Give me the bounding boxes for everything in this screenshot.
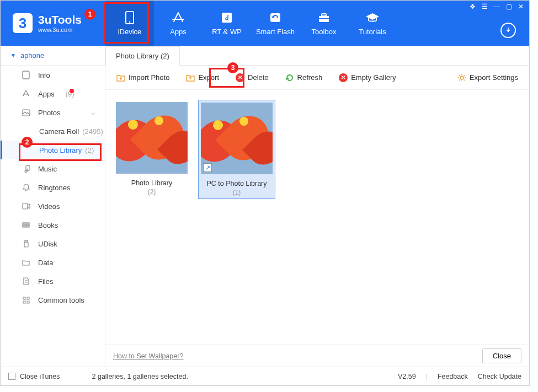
app-name: 3uTools (38, 13, 82, 26)
svg-rect-6 (319, 18, 329, 19)
download-ring-icon[interactable] (500, 23, 516, 38)
nav-label: Apps (170, 28, 187, 36)
status-summary: 2 galleries, 1 galleries selected. (92, 373, 188, 380)
device-icon (22, 71, 30, 79)
sidebar-label: Music (38, 165, 57, 173)
folder-import-icon (116, 73, 125, 82)
annotation-marker-2: 2 (22, 137, 33, 148)
nav-smartflash[interactable]: Smart Flash (251, 1, 300, 46)
close-icon[interactable]: ✕ (517, 3, 525, 10)
device-name: aphone (20, 51, 44, 60)
export-settings-button[interactable]: Export Settings (454, 71, 521, 84)
tab-photolibrary[interactable]: Photo Library (2) (105, 46, 180, 66)
feedback-link[interactable]: Feedback (438, 373, 468, 380)
menu-icon[interactable]: ☰ (481, 3, 488, 10)
sidebar-item-files[interactable]: Files (1, 272, 105, 291)
statusbar: Close iTunes 2 galleries, 1 galleries se… (1, 367, 529, 385)
delete-button[interactable]: ✕ Delete (232, 71, 272, 84)
books-icon (22, 222, 30, 228)
sidebar-label: Data (38, 259, 53, 267)
svg-rect-14 (25, 240, 28, 242)
file-icon (22, 277, 30, 285)
empty-icon: ✕ (339, 73, 348, 82)
album-pctophotolibrary[interactable]: ↗ PC to Photo Library (1) (198, 100, 275, 199)
nav-tutorials[interactable]: Tutorials (348, 1, 397, 46)
svg-point-1 (129, 21, 131, 23)
sidebar-item-ringtones[interactable]: Ringtones (1, 178, 105, 197)
check-update-link[interactable]: Check Update (478, 373, 521, 380)
sidebar-item-photos[interactable]: Photos (1, 103, 105, 122)
svg-rect-12 (23, 226, 29, 227)
svg-rect-3 (270, 13, 280, 22)
sidebar-label: Photos (38, 109, 60, 117)
sidebar-item-info[interactable]: Info (1, 66, 105, 84)
sidebar-sub-label: Camera Roll (39, 127, 79, 136)
svg-rect-7 (23, 71, 29, 79)
minimize-icon[interactable]: — (493, 3, 500, 10)
bell-icon (22, 184, 30, 191)
sidebar: ▼ aphone Info Apps (9) Photos Camera Rol… (1, 46, 105, 367)
svg-rect-9 (23, 203, 28, 209)
album-photolibrary[interactable]: Photo Library (2) (113, 100, 190, 198)
close-itunes-label: Close iTunes (20, 373, 60, 380)
header: 3 3uTools www.3u.com iDevice Apps (1, 1, 529, 46)
main: Photo Library (2) Import Photo Export ✕ … (105, 46, 529, 367)
nav-rtwp[interactable]: RT & WP (203, 1, 251, 46)
wallpaper-help-link[interactable]: How to Set Wallpaper? (113, 352, 183, 360)
sidebar-item-books[interactable]: Books (1, 216, 105, 234)
logo-block[interactable]: 3 3uTools www.3u.com (1, 1, 105, 46)
svg-rect-15 (23, 297, 25, 299)
svg-rect-5 (322, 14, 326, 16)
album-thumbnail (116, 102, 188, 174)
sidebar-label: Ringtones (38, 184, 71, 192)
folder-icon (22, 259, 30, 266)
album-name: PC to Photo Library (206, 180, 267, 187)
nav-apps[interactable]: Apps (154, 1, 203, 46)
close-button[interactable]: Close (482, 348, 521, 363)
empty-gallery-button[interactable]: ✕ Empty Gallery (335, 71, 399, 84)
sidebar-item-music[interactable]: Music (1, 159, 105, 178)
notification-dot-icon (70, 89, 74, 93)
tab-label: Photo Library (2) (116, 52, 169, 60)
app-url: www.3u.com (38, 26, 82, 33)
close-itunes-checkbox[interactable] (8, 373, 15, 380)
maximize-icon[interactable]: ▢ (505, 3, 513, 10)
tool-label: Delete (248, 73, 269, 82)
appstore-icon (171, 11, 186, 24)
tool-label: Export (198, 73, 219, 82)
sidebar-sub-photolibrary[interactable]: Photo Library (2) (1, 141, 105, 159)
device-row[interactable]: ▼ aphone (1, 46, 105, 66)
nav-label: Toolbox (312, 28, 337, 36)
sidebar-item-apps[interactable]: Apps (9) (1, 84, 105, 103)
import-photo-button[interactable]: Import Photo (113, 71, 173, 84)
grid-icon (22, 297, 30, 304)
sidebar-item-commontools[interactable]: Common tools (1, 291, 105, 309)
gear-icon (457, 73, 466, 82)
logo-icon: 3 (13, 13, 33, 33)
music-file-icon (219, 11, 235, 24)
sidebar-item-data[interactable]: Data (1, 253, 105, 272)
window-controls: ❖ ☰ — ▢ ✕ (468, 3, 525, 10)
svg-rect-17 (23, 301, 25, 303)
apps-icon (22, 90, 30, 98)
sidebar-sub-label: Photo Library (39, 146, 82, 154)
refresh-button[interactable]: Refresh (282, 71, 326, 84)
toolbar: Import Photo Export ✕ Delete Refresh ✕ E… (105, 66, 529, 90)
sidebar-label: Videos (38, 202, 60, 211)
phone-icon (122, 11, 137, 24)
toolbox-icon (316, 11, 332, 24)
sidebar-count: (2495) (82, 127, 103, 136)
version-label: V2.59 (398, 373, 416, 380)
album-name: Photo Library (131, 179, 172, 187)
sidebar-item-videos[interactable]: Videos (1, 197, 105, 216)
sidebar-item-udisk[interactable]: UDisk (1, 234, 105, 253)
sidebar-sub-cameraroll[interactable]: Camera Roll (2495) (1, 122, 105, 141)
tool-label: Import Photo (129, 73, 169, 82)
gallery: Photo Library (2) ↗ PC to Photo Library … (105, 90, 529, 345)
nav-toolbox[interactable]: Toolbox (300, 1, 348, 46)
export-button[interactable]: Export (183, 71, 222, 84)
svg-rect-13 (24, 242, 28, 247)
control-icon[interactable]: ❖ (468, 3, 476, 10)
folder-export-icon (186, 73, 195, 82)
nav-idevice[interactable]: iDevice (105, 1, 154, 46)
